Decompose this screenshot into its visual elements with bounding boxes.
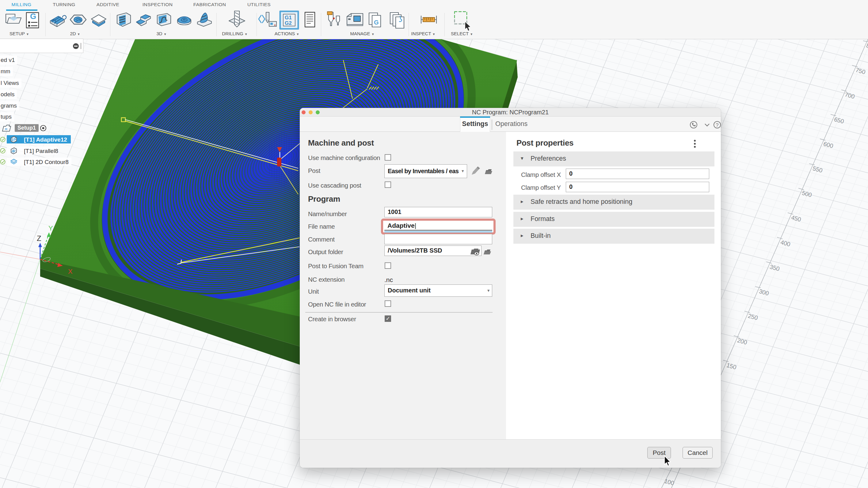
svg-text:?: ?: [716, 122, 718, 128]
svg-text:X: X: [68, 268, 73, 275]
svg-text:G: G: [30, 12, 36, 21]
svg-text:G1: G1: [285, 15, 292, 21]
svg-text:G: G: [374, 19, 379, 26]
svg-text:Z: Z: [37, 234, 41, 242]
svg-text:Y: Y: [49, 224, 53, 232]
svg-text:G2: G2: [285, 20, 292, 26]
